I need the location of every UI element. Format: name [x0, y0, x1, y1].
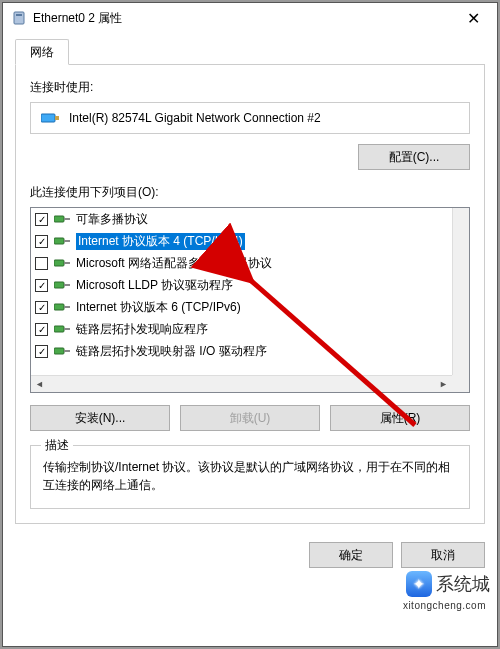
list-item[interactable]: Microsoft 网络适配器多路传送器协议 — [31, 252, 452, 274]
svg-rect-4 — [54, 216, 64, 222]
list-item-label: 链路层拓扑发现响应程序 — [76, 321, 208, 338]
adapter-name: Intel(R) 82574L Gigabit Network Connecti… — [69, 111, 321, 125]
checkbox[interactable] — [35, 257, 48, 270]
svg-rect-2 — [41, 114, 55, 122]
scroll-left-icon[interactable]: ◄ — [31, 376, 48, 393]
svg-rect-9 — [54, 326, 64, 332]
tab-network[interactable]: 网络 — [15, 39, 69, 65]
properties-dialog: Ethernet0 2 属性 ✕ 网络 连接时使用: Intel(R) 8257… — [2, 2, 498, 647]
titlebar[interactable]: Ethernet0 2 属性 ✕ — [3, 3, 497, 33]
checkbox[interactable]: ✓ — [35, 213, 48, 226]
list-item-label: Microsoft LLDP 协议驱动程序 — [76, 277, 233, 294]
app-icon — [11, 10, 27, 26]
list-item-label: 可靠多播协议 — [76, 211, 148, 228]
protocol-icon — [54, 301, 70, 313]
connect-using-label: 连接时使用: — [30, 79, 470, 96]
svg-rect-7 — [54, 282, 64, 288]
dialog-body: 网络 连接时使用: Intel(R) 82574L Gigabit Networ… — [3, 33, 497, 578]
list-item[interactable]: ✓可靠多播协议 — [31, 208, 452, 230]
description-text: 传输控制协议/Internet 协议。该协议是默认的广域网络协议，用于在不同的相… — [43, 458, 457, 494]
adapter-box[interactable]: Intel(R) 82574L Gigabit Network Connecti… — [30, 102, 470, 134]
protocol-icon — [54, 213, 70, 225]
list-item[interactable]: ✓Microsoft LLDP 协议驱动程序 — [31, 274, 452, 296]
protocol-icon — [54, 257, 70, 269]
description-title: 描述 — [41, 437, 73, 454]
uninstall-button: 卸载(U) — [180, 405, 320, 431]
checkbox[interactable]: ✓ — [35, 235, 48, 248]
list-item-label: 链路层拓扑发现映射器 I/O 驱动程序 — [76, 343, 267, 360]
svg-rect-8 — [54, 304, 64, 310]
svg-rect-5 — [54, 238, 64, 244]
list-item-label: Internet 协议版本 4 (TCP/IPv4) — [76, 233, 245, 250]
items-label: 此连接使用下列项目(O): — [30, 184, 470, 201]
svg-rect-10 — [54, 348, 64, 354]
horizontal-scrollbar[interactable]: ◄ ► — [31, 375, 452, 392]
nic-icon — [41, 111, 59, 125]
checkbox[interactable]: ✓ — [35, 345, 48, 358]
checkbox[interactable]: ✓ — [35, 323, 48, 336]
window-title: Ethernet0 2 属性 — [33, 10, 453, 27]
close-button[interactable]: ✕ — [453, 4, 493, 32]
tab-panel: 连接时使用: Intel(R) 82574L Gigabit Network C… — [15, 65, 485, 524]
components-listbox[interactable]: ✓可靠多播协议✓Internet 协议版本 4 (TCP/IPv4)Micros… — [30, 207, 470, 393]
ok-button[interactable]: 确定 — [309, 542, 393, 568]
scroll-corner — [452, 375, 469, 392]
protocol-icon — [54, 323, 70, 335]
tab-strip: 网络 — [15, 39, 485, 65]
list-item-label: Microsoft 网络适配器多路传送器协议 — [76, 255, 272, 272]
list-item[interactable]: ✓链路层拓扑发现响应程序 — [31, 318, 452, 340]
tab-label: 网络 — [30, 44, 54, 61]
vertical-scrollbar[interactable] — [452, 208, 469, 375]
properties-button[interactable]: 属性(R) — [330, 405, 470, 431]
cancel-button[interactable]: 取消 — [401, 542, 485, 568]
protocol-icon — [54, 235, 70, 247]
list-item-label: Internet 协议版本 6 (TCP/IPv6) — [76, 299, 241, 316]
svg-rect-0 — [14, 12, 24, 24]
list-item[interactable]: ✓Internet 协议版本 6 (TCP/IPv6) — [31, 296, 452, 318]
protocol-icon — [54, 345, 70, 357]
close-icon: ✕ — [467, 9, 480, 28]
scroll-right-icon[interactable]: ► — [435, 376, 452, 393]
install-button[interactable]: 安装(N)... — [30, 405, 170, 431]
description-group: 描述 传输控制协议/Internet 协议。该协议是默认的广域网络协议，用于在不… — [30, 445, 470, 509]
list-item[interactable]: ✓Internet 协议版本 4 (TCP/IPv4) — [31, 230, 452, 252]
svg-rect-1 — [16, 14, 22, 16]
svg-rect-6 — [54, 260, 64, 266]
configure-button[interactable]: 配置(C)... — [358, 144, 470, 170]
checkbox[interactable]: ✓ — [35, 279, 48, 292]
checkbox[interactable]: ✓ — [35, 301, 48, 314]
svg-rect-3 — [55, 116, 59, 120]
protocol-icon — [54, 279, 70, 291]
list-item[interactable]: ✓链路层拓扑发现映射器 I/O 驱动程序 — [31, 340, 452, 362]
